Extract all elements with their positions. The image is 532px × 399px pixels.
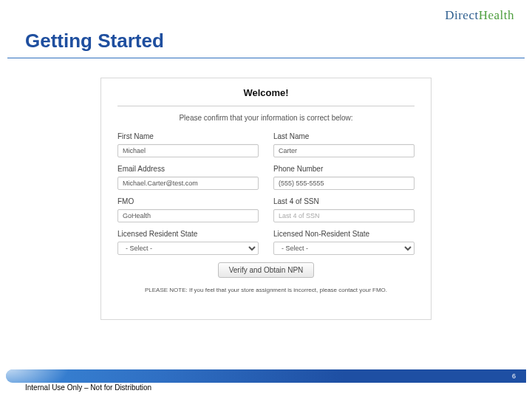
brand-part2: Health: [479, 8, 514, 22]
brand-logo: DirectHealth: [445, 9, 514, 21]
footer-note: PLEASE NOTE: If you feel that your store…: [117, 287, 415, 293]
confirm-text: Please confirm that your information is …: [117, 114, 415, 122]
verify-npn-button[interactable]: Verify and Obtain NPN: [218, 262, 315, 278]
phone-input[interactable]: [273, 177, 415, 190]
email-input[interactable]: [117, 177, 259, 190]
welcome-heading: Welcome!: [117, 87, 415, 103]
resident-state-select[interactable]: - Select -: [117, 242, 259, 255]
welcome-panel: Welcome! Please confirm that your inform…: [100, 78, 432, 320]
resident-state-label: Licensed Resident State: [117, 230, 259, 238]
footer-bar: [6, 369, 526, 383]
ssn-label: Last 4 of SSN: [273, 197, 415, 205]
fmo-input[interactable]: [117, 209, 259, 222]
phone-label: Phone Number: [273, 165, 415, 173]
first-name-label: First Name: [117, 132, 259, 140]
title-underline: [7, 58, 525, 58]
first-name-input[interactable]: [117, 144, 259, 157]
last-name-input[interactable]: [273, 144, 415, 157]
nonresident-state-select[interactable]: - Select -: [273, 242, 415, 255]
fmo-label: FMO: [117, 197, 259, 205]
divider: [117, 106, 415, 106]
page-title: Getting Started: [25, 30, 164, 52]
email-label: Email Address: [117, 165, 259, 173]
page-number: 6: [512, 372, 516, 380]
internal-use-label: Internal Use Only – Not for Distribution: [25, 383, 151, 392]
last-name-label: Last Name: [273, 132, 415, 140]
nonresident-state-label: Licensed Non-Resident State: [273, 230, 415, 238]
ssn-input[interactable]: [273, 209, 415, 222]
brand-part1: Direct: [445, 8, 478, 22]
